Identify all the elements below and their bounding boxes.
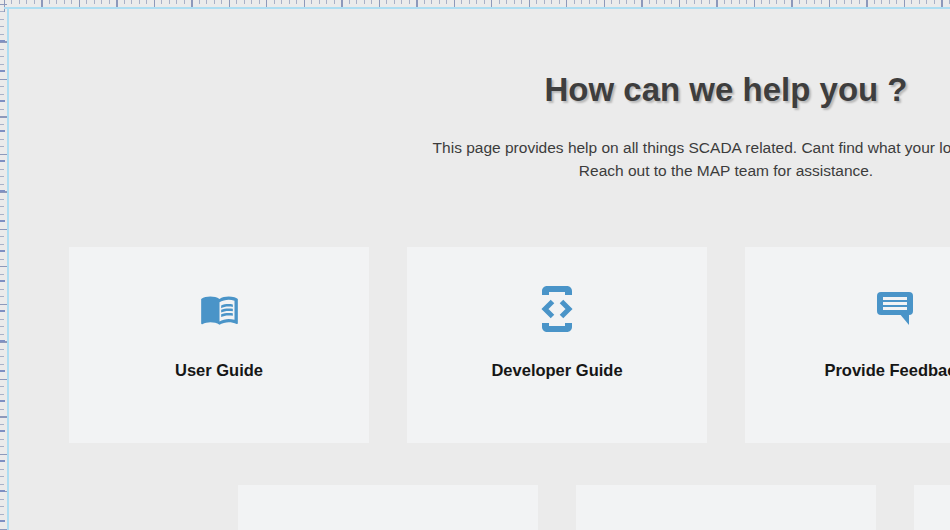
book-icon: [196, 287, 243, 331]
canvas-outline-left: [7, 8, 9, 530]
provide-feedback-card[interactable]: Provide Feedback: [745, 247, 950, 443]
canvas-outline-top: [4, 7, 950, 9]
developer-guide-label: Developer Guide: [491, 361, 622, 380]
subtitle-line-1: This page provides help on all things SC…: [9, 136, 950, 159]
user-guide-label: User Guide: [175, 361, 263, 380]
help-card-placeholder-3[interactable]: [914, 485, 950, 530]
help-card-placeholder-2[interactable]: [576, 485, 876, 530]
help-page-canvas: How can we help you ? This page provides…: [9, 9, 950, 530]
help-card-placeholder-1[interactable]: [238, 485, 538, 530]
developer-guide-card[interactable]: Developer Guide: [407, 247, 707, 443]
chat-feedback-icon: [875, 287, 915, 331]
developer-code-icon: [538, 287, 576, 331]
provide-feedback-label: Provide Feedback: [824, 361, 950, 380]
ruler-origin-tick: [4, 0, 5, 12]
subtitle-line-2: Reach out to the MAP team for assistance…: [9, 159, 950, 182]
help-card-row: User Guide Developer Guide: [9, 247, 950, 443]
help-card-row-secondary: [9, 485, 950, 530]
page-title: How can we help you ?: [9, 69, 950, 110]
user-guide-card[interactable]: User Guide: [69, 247, 369, 443]
page-subtitle: This page provides help on all things SC…: [9, 136, 950, 182]
